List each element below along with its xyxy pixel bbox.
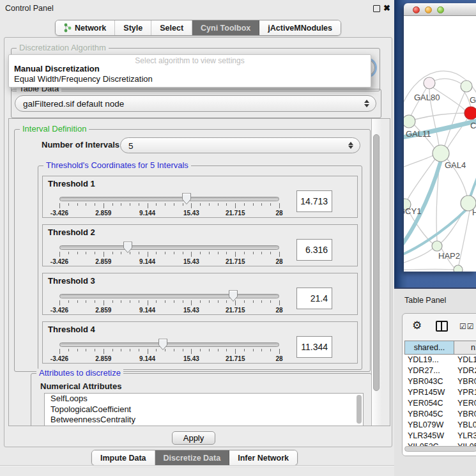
network-edge[interactable]	[415, 113, 464, 119]
vertical-scrollbar-thumb[interactable]	[373, 134, 380, 391]
threshold-value-field[interactable]: 21.4	[296, 288, 332, 309]
slider-tick	[270, 203, 271, 206]
slider-tick	[244, 203, 245, 206]
slider-tick	[226, 300, 227, 303]
tab-style[interactable]: Style	[115, 20, 151, 35]
slider-tick	[95, 300, 95, 303]
select-columns-icon[interactable]: ☑☑	[459, 322, 475, 331]
threshold-row: Threshold 3-3.4262.8599.14415.4321.71528…	[42, 273, 358, 315]
minimize-traffic-light-icon[interactable]	[425, 6, 432, 13]
slider-tick	[59, 203, 60, 208]
network-edge[interactable]	[459, 211, 470, 265]
tab-network[interactable]: Network	[56, 20, 115, 35]
slider-tick	[130, 203, 130, 206]
tab-label: Cyni Toolbox	[201, 24, 250, 33]
slider-tick	[104, 300, 104, 305]
tab-impute-data[interactable]: Impute Data	[92, 450, 155, 465]
table-data-combobox[interactable]: galFiltered.sif default node	[15, 95, 376, 112]
network-edge[interactable]	[445, 91, 465, 146]
tab-select[interactable]: Select	[151, 20, 192, 35]
vertical-scrollbar[interactable]	[371, 119, 381, 426]
slider-track[interactable]	[59, 294, 279, 298]
dropdown-option-equal-width-frequency[interactable]: Equal Width/Frequency Discretization	[10, 74, 365, 84]
tab-discretize-data[interactable]: Discretize Data	[155, 450, 230, 465]
threshold-row: Threshold 1-3.4262.8599.14415.4321.71528…	[42, 176, 358, 218]
slider-thumb[interactable]	[181, 192, 192, 205]
slider-tick-label: 9.144	[132, 210, 164, 217]
network-node-label: GAL11	[406, 129, 431, 139]
network-window-titlebar[interactable]	[404, 3, 476, 16]
slider-tick	[86, 252, 86, 254]
network-node[interactable]	[461, 81, 472, 92]
network-node[interactable]	[432, 241, 442, 251]
network-node[interactable]	[404, 115, 415, 128]
slider-tick	[139, 349, 139, 351]
split-view-icon[interactable]	[436, 321, 448, 332]
slider-track[interactable]	[59, 245, 279, 250]
cell-shared-name: YPR145W	[408, 387, 445, 398]
tab-cyni-toolbox[interactable]: Cyni Toolbox	[192, 20, 259, 35]
slider-thumb[interactable]	[123, 241, 133, 254]
slider-tick	[279, 300, 280, 305]
horizontal-scrollbar-thumb[interactable]	[404, 446, 476, 452]
table-row[interactable]: YDL19...YDL19...	[403, 355, 476, 365]
table-row[interactable]: YPR145WYPR145W	[403, 387, 476, 398]
float-window-icon[interactable]	[373, 5, 380, 12]
slider-tick-label: 2.859	[88, 258, 119, 265]
gear-icon[interactable]: ⚙	[412, 319, 422, 332]
slider-tick	[209, 252, 210, 254]
slider-tick	[191, 349, 192, 354]
thresholds-group: Threshold's Coordinates for 5 Intervals …	[38, 165, 362, 370]
cell-name: YER054C	[457, 398, 476, 409]
slider-tick	[112, 349, 113, 351]
threshold-value-field[interactable]: 6.316	[296, 239, 332, 261]
close-traffic-light-icon[interactable]	[413, 6, 420, 13]
network-node-label: GA	[470, 95, 476, 105]
table-row[interactable]: YDR27...YDR27...	[403, 365, 476, 376]
attribute-list-item[interactable]: SelfLoops	[45, 394, 363, 404]
slider-thumb[interactable]	[158, 338, 168, 351]
tab-infer-network[interactable]: Infer Network	[229, 450, 297, 465]
slider-tick	[226, 252, 227, 254]
list-scrollbar-thumb[interactable]	[357, 395, 362, 424]
divider	[0, 465, 394, 466]
zoom-traffic-light-icon[interactable]	[437, 6, 444, 13]
dropdown-option-manual-discretization[interactable]: Manual Discretization	[10, 64, 365, 73]
table-row[interactable]: YER054CYER054C	[403, 398, 476, 409]
number-of-intervals-combobox[interactable]: 5	[120, 137, 360, 153]
network-node-label: GAL80	[414, 93, 440, 102]
combo-stepper-icon[interactable]	[364, 96, 369, 111]
tab-jactivemnodules[interactable]: jActiveMNodules	[259, 20, 341, 35]
table-row[interactable]: YLR345WYLR345W	[403, 431, 476, 441]
slider-thumb[interactable]	[228, 289, 238, 302]
slider-tick-label: 9.144	[132, 258, 164, 265]
network-node[interactable]	[464, 107, 476, 119]
close-icon[interactable]: ✖	[383, 3, 390, 13]
slider-tick	[156, 300, 157, 303]
network-canvas[interactable]: GAL80GACGAL11GAL4GCY1HHAP2	[404, 16, 476, 272]
network-edge[interactable]	[434, 79, 461, 84]
network-edge-highlighted[interactable]	[470, 168, 476, 197]
panel-title: Control Panel	[5, 4, 54, 13]
table-row[interactable]: YBR045CYBR045C	[403, 409, 476, 420]
column-header-name[interactable]: n...	[454, 341, 476, 355]
threshold-value-field[interactable]: 11.344	[296, 336, 332, 358]
table-row[interactable]: YBL079WYBL079W	[403, 420, 476, 431]
attribute-list-item[interactable]: BetweennessCentrality	[45, 415, 363, 426]
slider-tick-label: -3.426	[43, 258, 75, 265]
threshold-value-field[interactable]: 14.713	[296, 190, 332, 212]
network-edge[interactable]	[404, 269, 454, 270]
slider-track[interactable]	[59, 197, 279, 201]
attribute-list-item[interactable]: TopologicalCoefficient	[45, 404, 363, 415]
numerical-attributes-list[interactable]: SelfLoopsTopologicalCoefficientBetweenne…	[44, 393, 364, 426]
table-row[interactable]: YBR043CYBR043C	[403, 376, 476, 387]
cell-name: YPR145W	[457, 387, 476, 398]
network-node[interactable]	[424, 77, 435, 89]
slider-tick	[95, 203, 95, 206]
network-node[interactable]	[454, 265, 463, 272]
column-header-shared-name[interactable]: shared...	[404, 341, 454, 355]
slider-track[interactable]	[59, 342, 279, 347]
combo-stepper-icon[interactable]	[348, 138, 353, 153]
apply-button[interactable]: Apply	[172, 431, 215, 445]
network-node[interactable]	[433, 145, 449, 162]
